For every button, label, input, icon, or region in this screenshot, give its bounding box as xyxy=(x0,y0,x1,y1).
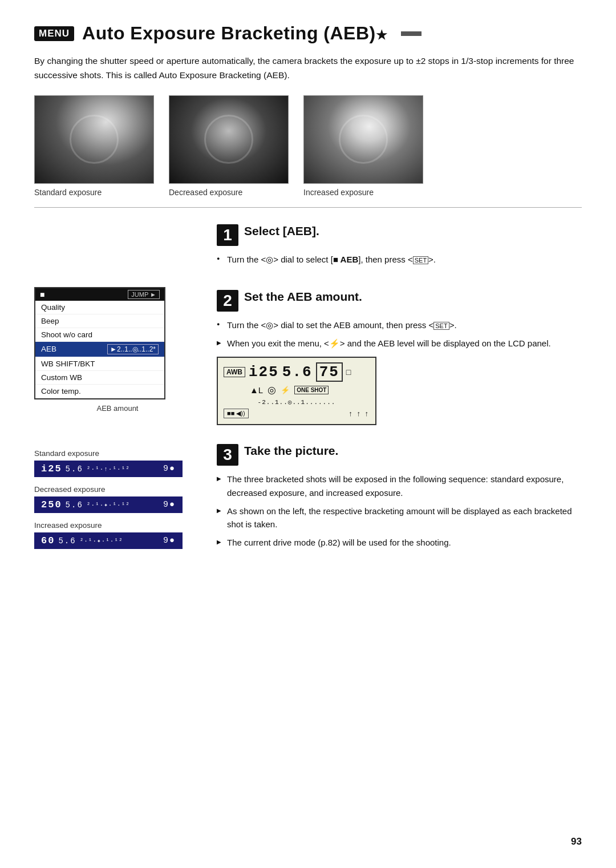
exp-shutter-decreased: 250 xyxy=(41,499,62,510)
lcd-ticks: ↑ ↑ ↑ xyxy=(348,409,370,418)
exp-aperture-standard: 5.6 xyxy=(66,465,83,474)
menu-badge: MENU xyxy=(34,26,74,41)
step-2-bullets: Turn the <◎> dial to set the AEB amount,… xyxy=(217,318,582,350)
exposure-bar-increased: 60 5.6 ²·¹·✦·¹·¹² 9● xyxy=(34,532,183,549)
exposure-label-decreased: Decreased exposure xyxy=(34,485,201,494)
menu-row-aeb: AEB ►2..1..◎..1..2* xyxy=(35,342,164,357)
menu-row-customwb: Custom WB xyxy=(35,371,164,385)
step-2-number: 2 xyxy=(217,290,238,312)
exp-aperture-decreased: 5.6 xyxy=(66,500,83,510)
lcd-one-shot: ONE SHOT xyxy=(294,386,329,394)
menu-body: Quality Beep Shoot w/o card AEB ►2..1..◎… xyxy=(35,301,164,398)
exposure-label-standard: Standard exposure xyxy=(34,449,201,458)
step-3-bullets: The three bracketed shots will be expose… xyxy=(217,473,582,549)
menu-label-colortemp: Color temp. xyxy=(41,387,159,395)
lcd-iso: 75 xyxy=(316,362,343,382)
step-2-title: 2 Set the AEB amount. xyxy=(217,287,582,312)
samples-row: Standard exposure Decreased exposure Inc… xyxy=(34,95,582,197)
exp-q-decreased: 9● xyxy=(163,500,176,510)
step-1-title: 1 Select [AEB]. xyxy=(217,221,582,246)
lcd-awb: AWB xyxy=(224,367,245,377)
step-2-right: 2 Set the AEB amount. Turn the <◎> dial … xyxy=(211,287,582,426)
page-number: 93 xyxy=(571,836,582,847)
menu-row-quality: Quality xyxy=(35,301,164,314)
menu-label-aeb: AEB xyxy=(41,345,107,353)
step-2-section: ■ JUMP ► Quality Beep Shoot w/o card AEB… xyxy=(34,287,582,426)
lcd-al-icon: ▲L xyxy=(250,385,263,395)
menu-label-wb: WB SHIFT/BKT xyxy=(41,360,159,368)
step-1-bullets: Turn the <◎> dial to select [■ AEB], the… xyxy=(217,253,582,266)
menu-caption: AEB amount xyxy=(34,404,201,413)
step-3-left: Standard exposure i25 5.6 ²·¹·↑·¹·¹² 9● … xyxy=(34,441,211,550)
exp-scale-decreased: ²·¹·✦·¹·¹² xyxy=(87,501,160,508)
step-3-right: 3 Take the picture. The three bracketed … xyxy=(211,441,582,554)
menu-label-beep: Beep xyxy=(41,317,159,325)
exposure-bar-standard: i25 5.6 ²·¹·↑·¹·¹² 9● xyxy=(34,461,183,477)
menu-label-customwb: Custom WB xyxy=(41,373,159,382)
menu-row-shoot: Shoot w/o card xyxy=(35,328,164,342)
lcd-mid-row: ▲L ◎ ⚡ ONE SHOT xyxy=(250,384,370,396)
exp-q-increased: 9● xyxy=(163,536,176,546)
exp-scale-increased: ²·¹·✦·¹·¹² xyxy=(80,537,160,544)
lcd-bracket-icon: ⚡ xyxy=(281,386,290,394)
sample-increased: Increased exposure xyxy=(303,95,423,197)
menu-label-quality: Quality xyxy=(41,303,159,312)
lcd-scale-text: -2..1..◎..1....... xyxy=(258,398,336,406)
step-3-bullet-2: As shown on the left, the respective bra… xyxy=(217,504,582,531)
menu-row-beep: Beep xyxy=(35,314,164,328)
step-2-left: ■ JUMP ► Quality Beep Shoot w/o card AEB… xyxy=(34,287,211,413)
sample-image-decreased xyxy=(169,95,289,184)
step-1-bullet-1: Turn the <◎> dial to select [■ AEB], the… xyxy=(217,253,582,266)
sample-label-increased: Increased exposure xyxy=(303,188,374,197)
exp-q-standard: 9● xyxy=(163,464,176,474)
menu-label-shoot: Shoot w/o card xyxy=(41,330,159,339)
step-3-bullet-1: The three bracketed shots will be expose… xyxy=(217,473,582,499)
step-1-section: 1 Select [AEB]. Turn the <◎> dial to sel… xyxy=(34,221,582,271)
sample-image-standard xyxy=(34,95,154,184)
lcd-aperture: 5.6 xyxy=(282,364,313,381)
step-3-section: Standard exposure i25 5.6 ²·¹·↑·¹·¹² 9● … xyxy=(34,441,582,554)
exp-shutter-increased: 60 xyxy=(41,535,55,546)
jump-badge: JUMP ► xyxy=(128,290,160,299)
step-3-bullet-3: The current drive mode (p.82) will be us… xyxy=(217,536,582,549)
sample-decreased: Decreased exposure xyxy=(169,95,289,197)
sample-standard: Standard exposure xyxy=(34,95,154,197)
sample-image-increased xyxy=(303,95,423,184)
exposure-bar-decreased: 250 5.6 ²·¹·✦·¹·¹² 9● xyxy=(34,496,183,513)
exp-scale-standard: ²·¹·↑·¹·¹² xyxy=(87,466,160,473)
menu-screen: ■ JUMP ► Quality Beep Shoot w/o card AEB… xyxy=(34,287,165,399)
lcd-bottom-row: ■■ ◀)) ↑ ↑ ↑ xyxy=(224,409,370,418)
step-2-bullet-2: When you exit the menu, <⚡> and the AEB … xyxy=(217,337,582,350)
sample-label-standard: Standard exposure xyxy=(34,188,102,197)
exposure-group: Standard exposure i25 5.6 ²·¹·↑·¹·¹² 9● … xyxy=(34,449,201,549)
menu-screen-header: ■ JUMP ► xyxy=(35,288,164,301)
lcd-scale-row: -2..1..◎..1....... xyxy=(224,398,370,406)
menu-row-wb: WB SHIFT/BKT xyxy=(35,357,164,371)
title-decoration xyxy=(401,31,422,36)
camera-icon: ■ xyxy=(40,290,44,299)
title-row: MENU Auto Exposure Bracketing (AEB)★ xyxy=(34,23,582,44)
step-3-number: 3 xyxy=(217,444,238,466)
step-1-number: 1 xyxy=(217,224,238,246)
step-3-title: 3 Take the picture. xyxy=(217,441,582,466)
lcd-circle-icon: ◎ xyxy=(268,384,276,396)
menu-row-colortemp: Color temp. xyxy=(35,385,164,398)
lcd-square-icon: □ xyxy=(346,368,351,377)
exposure-label-increased: Increased exposure xyxy=(34,521,201,530)
sample-label-decreased: Decreased exposure xyxy=(169,188,242,197)
exp-aperture-increased: 5.6 xyxy=(58,536,76,546)
lcd-display: AWB i25 5.6 75 □ ▲L ◎ ⚡ ONE SHOT -2..1..… xyxy=(217,357,376,425)
step-2-bullet-1: Turn the <◎> dial to set the AEB amount,… xyxy=(217,318,582,332)
intro-text: By changing the shutter speed or apertur… xyxy=(34,54,582,83)
lcd-top-row: AWB i25 5.6 75 □ xyxy=(224,362,370,382)
step-1-right: 1 Select [AEB]. Turn the <◎> dial to sel… xyxy=(211,221,582,271)
exp-shutter-standard: i25 xyxy=(41,463,62,474)
lcd-battery: ■■ ◀)) xyxy=(224,409,249,418)
lcd-shutter: i25 xyxy=(249,364,279,381)
page-title: Auto Exposure Bracketing (AEB)★ xyxy=(82,23,387,44)
menu-value-aeb: ►2..1..◎..1..2* xyxy=(107,344,159,354)
section-divider xyxy=(34,207,582,208)
